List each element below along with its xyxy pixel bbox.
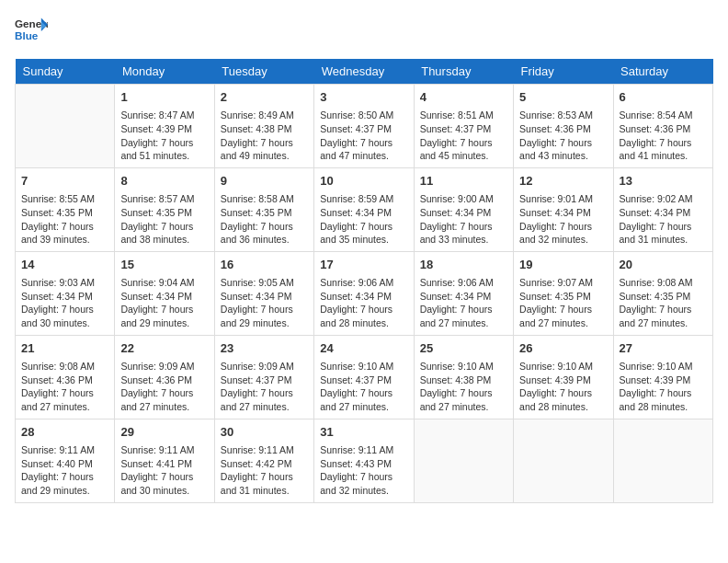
day-number: 29 bbox=[120, 424, 208, 441]
day-number: 6 bbox=[620, 89, 707, 106]
day-number: 12 bbox=[519, 173, 607, 190]
calendar-cell: 11Sunrise: 9:00 AMSunset: 4:34 PMDayligh… bbox=[414, 167, 513, 251]
day-info: Sunrise: 9:11 AMSunset: 4:41 PMDaylight:… bbox=[120, 443, 208, 498]
day-info: Sunrise: 9:03 AMSunset: 4:34 PMDaylight:… bbox=[21, 276, 108, 330]
calendar-cell: 18Sunrise: 9:06 AMSunset: 4:34 PMDayligh… bbox=[414, 251, 513, 335]
day-info: Sunrise: 9:01 AMSunset: 4:34 PMDaylight:… bbox=[519, 192, 607, 247]
header: General Blue bbox=[15, 15, 713, 48]
day-info: Sunrise: 9:06 AMSunset: 4:34 PMDaylight:… bbox=[420, 276, 507, 330]
calendar-header: SundayMondayTuesdayWednesdayThursdayFrid… bbox=[16, 59, 713, 85]
day-info: Sunrise: 8:49 AMSunset: 4:38 PMDaylight:… bbox=[221, 109, 308, 163]
day-number: 8 bbox=[120, 173, 208, 190]
day-number: 26 bbox=[519, 340, 607, 357]
calendar-cell: 2Sunrise: 8:49 AMSunset: 4:38 PMDaylight… bbox=[214, 85, 313, 168]
logo: General Blue bbox=[15, 15, 48, 48]
day-info: Sunrise: 9:00 AMSunset: 4:34 PMDaylight:… bbox=[420, 192, 507, 247]
calendar-table: SundayMondayTuesdayWednesdayThursdayFrid… bbox=[15, 59, 713, 503]
calendar-cell: 13Sunrise: 9:02 AMSunset: 4:34 PMDayligh… bbox=[613, 167, 712, 251]
calendar-cell: 27Sunrise: 9:10 AMSunset: 4:39 PMDayligh… bbox=[613, 335, 712, 419]
day-header-tuesday: Tuesday bbox=[214, 59, 313, 85]
calendar-cell: 22Sunrise: 9:09 AMSunset: 4:36 PMDayligh… bbox=[115, 335, 214, 419]
day-info: Sunrise: 8:50 AMSunset: 4:37 PMDaylight:… bbox=[320, 109, 407, 163]
calendar-cell bbox=[514, 419, 613, 502]
day-header-monday: Monday bbox=[115, 59, 214, 85]
day-info: Sunrise: 9:09 AMSunset: 4:36 PMDaylight:… bbox=[120, 360, 208, 414]
day-header-saturday: Saturday bbox=[613, 59, 712, 85]
svg-text:Blue: Blue bbox=[15, 29, 39, 41]
day-number: 3 bbox=[320, 89, 407, 106]
day-info: Sunrise: 8:53 AMSunset: 4:36 PMDaylight:… bbox=[519, 109, 607, 163]
day-info: Sunrise: 9:02 AMSunset: 4:34 PMDaylight:… bbox=[620, 192, 707, 247]
day-number: 31 bbox=[320, 424, 407, 441]
day-number: 20 bbox=[620, 257, 707, 273]
day-number: 23 bbox=[221, 340, 308, 357]
day-number: 2 bbox=[221, 89, 308, 106]
day-info: Sunrise: 8:54 AMSunset: 4:36 PMDaylight:… bbox=[620, 109, 707, 163]
calendar-cell: 12Sunrise: 9:01 AMSunset: 4:34 PMDayligh… bbox=[514, 167, 613, 251]
week-row-3: 14Sunrise: 9:03 AMSunset: 4:34 PMDayligh… bbox=[16, 251, 713, 335]
day-number: 22 bbox=[120, 340, 208, 357]
day-info: Sunrise: 9:04 AMSunset: 4:34 PMDaylight:… bbox=[120, 276, 208, 330]
calendar-cell: 19Sunrise: 9:07 AMSunset: 4:35 PMDayligh… bbox=[514, 251, 613, 335]
day-info: Sunrise: 8:51 AMSunset: 4:37 PMDaylight:… bbox=[420, 109, 507, 163]
day-header-sunday: Sunday bbox=[16, 59, 115, 85]
day-info: Sunrise: 8:59 AMSunset: 4:34 PMDaylight:… bbox=[320, 192, 407, 247]
day-number: 27 bbox=[620, 340, 707, 357]
day-info: Sunrise: 8:57 AMSunset: 4:35 PMDaylight:… bbox=[120, 192, 208, 247]
day-info: Sunrise: 9:10 AMSunset: 4:38 PMDaylight:… bbox=[420, 360, 507, 414]
day-number: 5 bbox=[519, 89, 607, 106]
day-info: Sunrise: 9:08 AMSunset: 4:35 PMDaylight:… bbox=[620, 276, 707, 330]
calendar-cell: 6Sunrise: 8:54 AMSunset: 4:36 PMDaylight… bbox=[613, 85, 712, 168]
calendar-cell: 3Sunrise: 8:50 AMSunset: 4:37 PMDaylight… bbox=[314, 85, 414, 168]
day-info: Sunrise: 9:10 AMSunset: 4:39 PMDaylight:… bbox=[620, 360, 707, 414]
day-number: 9 bbox=[221, 173, 308, 190]
calendar-cell: 31Sunrise: 9:11 AMSunset: 4:43 PMDayligh… bbox=[314, 419, 414, 502]
day-info: Sunrise: 9:11 AMSunset: 4:40 PMDaylight:… bbox=[21, 443, 108, 498]
day-header-friday: Friday bbox=[514, 59, 613, 85]
day-header-thursday: Thursday bbox=[414, 59, 513, 85]
day-info: Sunrise: 9:11 AMSunset: 4:42 PMDaylight:… bbox=[221, 443, 308, 498]
week-row-2: 7Sunrise: 8:55 AMSunset: 4:35 PMDaylight… bbox=[16, 167, 713, 251]
day-number: 7 bbox=[21, 173, 108, 190]
day-number: 24 bbox=[320, 340, 407, 357]
calendar-cell: 28Sunrise: 9:11 AMSunset: 4:40 PMDayligh… bbox=[16, 419, 115, 502]
day-info: Sunrise: 9:11 AMSunset: 4:43 PMDaylight:… bbox=[320, 443, 407, 498]
day-number: 21 bbox=[21, 340, 108, 357]
day-number: 16 bbox=[221, 257, 308, 273]
calendar-cell: 7Sunrise: 8:55 AMSunset: 4:35 PMDaylight… bbox=[16, 167, 115, 251]
day-number: 15 bbox=[120, 257, 208, 273]
calendar-cell: 5Sunrise: 8:53 AMSunset: 4:36 PMDaylight… bbox=[514, 85, 613, 168]
calendar-cell bbox=[613, 419, 712, 502]
calendar-cell: 23Sunrise: 9:09 AMSunset: 4:37 PMDayligh… bbox=[214, 335, 313, 419]
calendar-cell: 26Sunrise: 9:10 AMSunset: 4:39 PMDayligh… bbox=[514, 335, 613, 419]
day-number: 11 bbox=[420, 173, 507, 190]
calendar-cell: 14Sunrise: 9:03 AMSunset: 4:34 PMDayligh… bbox=[16, 251, 115, 335]
calendar-cell: 20Sunrise: 9:08 AMSunset: 4:35 PMDayligh… bbox=[613, 251, 712, 335]
calendar-cell: 10Sunrise: 8:59 AMSunset: 4:34 PMDayligh… bbox=[314, 167, 414, 251]
day-number: 19 bbox=[519, 257, 607, 273]
day-number: 10 bbox=[320, 173, 407, 190]
day-info: Sunrise: 9:08 AMSunset: 4:36 PMDaylight:… bbox=[21, 360, 108, 414]
calendar-cell: 16Sunrise: 9:05 AMSunset: 4:34 PMDayligh… bbox=[214, 251, 313, 335]
calendar-cell: 30Sunrise: 9:11 AMSunset: 4:42 PMDayligh… bbox=[214, 419, 313, 502]
calendar-cell: 15Sunrise: 9:04 AMSunset: 4:34 PMDayligh… bbox=[115, 251, 214, 335]
day-number: 18 bbox=[420, 257, 507, 273]
day-info: Sunrise: 9:07 AMSunset: 4:35 PMDaylight:… bbox=[519, 276, 607, 330]
day-info: Sunrise: 8:58 AMSunset: 4:35 PMDaylight:… bbox=[221, 192, 308, 247]
day-info: Sunrise: 9:10 AMSunset: 4:37 PMDaylight:… bbox=[320, 360, 407, 414]
calendar-cell: 9Sunrise: 8:58 AMSunset: 4:35 PMDaylight… bbox=[214, 167, 313, 251]
calendar-cell: 29Sunrise: 9:11 AMSunset: 4:41 PMDayligh… bbox=[115, 419, 214, 502]
day-info: Sunrise: 9:10 AMSunset: 4:39 PMDaylight:… bbox=[519, 360, 607, 414]
calendar-cell: 1Sunrise: 8:47 AMSunset: 4:39 PMDaylight… bbox=[115, 85, 214, 168]
day-number: 25 bbox=[420, 340, 507, 357]
days-of-week-row: SundayMondayTuesdayWednesdayThursdayFrid… bbox=[16, 59, 713, 85]
day-number: 4 bbox=[420, 89, 507, 106]
day-info: Sunrise: 8:55 AMSunset: 4:35 PMDaylight:… bbox=[21, 192, 108, 247]
week-row-1: 1Sunrise: 8:47 AMSunset: 4:39 PMDaylight… bbox=[16, 85, 713, 168]
day-number: 13 bbox=[620, 173, 707, 190]
day-info: Sunrise: 9:06 AMSunset: 4:34 PMDaylight:… bbox=[320, 276, 407, 330]
calendar-cell: 4Sunrise: 8:51 AMSunset: 4:37 PMDaylight… bbox=[414, 85, 513, 168]
day-number: 1 bbox=[120, 89, 208, 106]
day-number: 30 bbox=[221, 424, 308, 441]
logo-icon: General Blue bbox=[15, 15, 48, 48]
